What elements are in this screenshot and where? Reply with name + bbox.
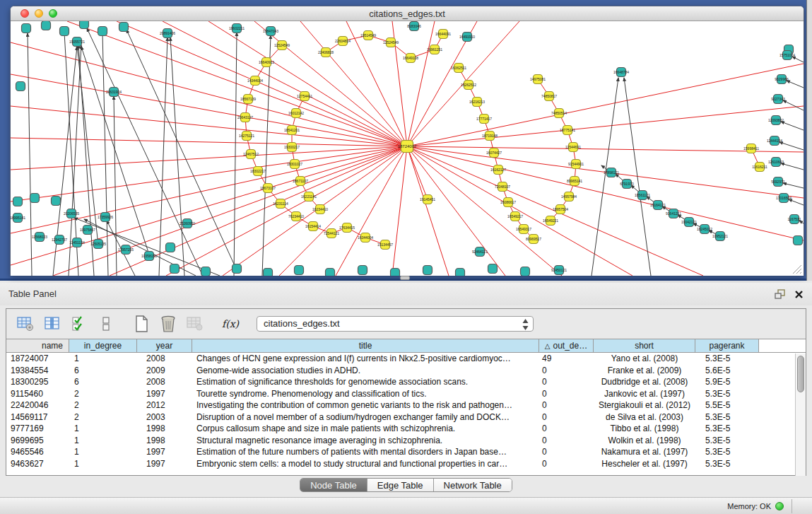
node-label: 72048107 bbox=[495, 185, 510, 189]
minimize-window-button[interactable] bbox=[35, 9, 43, 18]
table-row[interactable]: 1830029562008Estimation of significance … bbox=[6, 376, 806, 388]
table-row[interactable]: 977716911998Corpus callosum shape and si… bbox=[6, 423, 806, 435]
red-edge bbox=[407, 146, 632, 276]
node-label: 18719148 bbox=[482, 134, 498, 138]
network-node[interactable] bbox=[22, 24, 31, 33]
table-cell: Disruption of a novel member of a sodium… bbox=[192, 411, 539, 424]
network-node[interactable] bbox=[326, 269, 335, 276]
node-label: 9227343 bbox=[771, 97, 785, 101]
network-node[interactable] bbox=[456, 269, 465, 276]
network-node[interactable] bbox=[201, 267, 211, 276]
table-cell: Estimation of significance thresholds fo… bbox=[192, 376, 539, 388]
node-label: 16648784 bbox=[613, 70, 629, 74]
red-edge bbox=[11, 146, 407, 201]
network-node[interactable] bbox=[98, 27, 107, 36]
table-cell: 5.3E-5 bbox=[695, 446, 759, 458]
zoom-window-button[interactable] bbox=[49, 9, 57, 18]
window-titlebar[interactable]: citations_edges.txt bbox=[11, 6, 804, 21]
network-node[interactable] bbox=[60, 27, 69, 36]
table-cell: 1 bbox=[69, 446, 137, 458]
network-node[interactable] bbox=[521, 267, 530, 276]
network-node[interactable] bbox=[16, 82, 25, 91]
node-label: 17016504 bbox=[776, 196, 792, 200]
column-header[interactable]: name bbox=[6, 339, 69, 352]
row-height-icon[interactable] bbox=[95, 313, 117, 334]
table-row[interactable]: 1456911722003Disruption of a novel membe… bbox=[6, 411, 806, 424]
column-header[interactable]: year bbox=[137, 339, 192, 352]
table-rows: 1872400712008Changes of HCN gene express… bbox=[6, 353, 806, 475]
close-window-button[interactable] bbox=[20, 9, 29, 18]
table-cell: 5.3E-5 bbox=[695, 423, 759, 435]
table-scrollbar[interactable] bbox=[795, 354, 806, 476]
node-label: 16961251 bbox=[427, 47, 442, 52]
table-cell: 18300295 bbox=[6, 376, 69, 388]
table-settings-icon[interactable] bbox=[15, 313, 36, 334]
network-node[interactable] bbox=[13, 197, 23, 206]
network-node[interactable] bbox=[295, 266, 304, 275]
network-node[interactable] bbox=[488, 264, 498, 274]
column-header[interactable]: in_degree bbox=[69, 339, 137, 352]
network-node[interactable] bbox=[42, 21, 51, 30]
black-edge bbox=[624, 78, 651, 276]
node-label: 18775141 bbox=[560, 128, 575, 132]
network-node[interactable] bbox=[391, 269, 400, 276]
network-node[interactable] bbox=[52, 197, 61, 206]
node-label: 10952121 bbox=[712, 234, 728, 238]
table-row[interactable]: 1938455462009Genome-wide association stu… bbox=[6, 365, 806, 377]
delete-table-icon[interactable] bbox=[158, 313, 179, 334]
table-row[interactable]: 969969511998Structural magnetic resonanc… bbox=[6, 435, 806, 447]
desktop: citations_edges.txt 18724007125245491664… bbox=[0, 0, 812, 281]
node-label: 18301027 bbox=[287, 162, 302, 166]
column-header[interactable]: △out_de… bbox=[539, 339, 594, 352]
table-cell: 0 bbox=[539, 435, 594, 447]
table-cell: 5.3E-5 bbox=[695, 388, 759, 400]
table-cell: 49 bbox=[539, 353, 594, 365]
node-label: 11568023 bbox=[32, 235, 47, 239]
show-columns-icon[interactable] bbox=[42, 313, 63, 334]
network-node[interactable] bbox=[264, 269, 273, 276]
memory-status-icon[interactable] bbox=[775, 502, 784, 510]
table-cell: 1998 bbox=[137, 435, 192, 447]
network-canvas[interactable]: 1872400712524549166409131434400418567139… bbox=[11, 21, 804, 276]
network-node[interactable] bbox=[30, 194, 40, 203]
network-node[interactable] bbox=[80, 21, 89, 29]
panel-divider-handle[interactable] bbox=[400, 276, 410, 280]
tab-network-table[interactable]: Network Table bbox=[434, 479, 512, 491]
column-header[interactable]: short bbox=[594, 339, 695, 352]
node-label: 92464121 bbox=[472, 250, 488, 254]
network-node[interactable] bbox=[170, 264, 180, 274]
table-select[interactable]: citations_edges.txt bbox=[257, 316, 534, 332]
close-icon[interactable] bbox=[794, 290, 804, 299]
network-node[interactable] bbox=[166, 243, 175, 252]
black-edge bbox=[77, 45, 98, 245]
table-container: f(x) citations_edges.txt namein_degreeye… bbox=[6, 308, 806, 476]
float-window-icon[interactable] bbox=[775, 289, 785, 299]
function-builder-icon[interactable]: f(x) bbox=[220, 313, 241, 334]
network-node[interactable] bbox=[119, 23, 129, 32]
table-row[interactable]: 911546021997Tourette syndrome. Phenomeno… bbox=[6, 388, 806, 400]
scrollbar-thumb[interactable] bbox=[797, 356, 804, 392]
table-cell: Franke et al. (2009) bbox=[594, 365, 695, 377]
column-header[interactable]: pagerank bbox=[695, 339, 759, 352]
resize-grip-icon[interactable] bbox=[791, 263, 802, 274]
column-header[interactable]: title bbox=[192, 339, 539, 352]
network-node[interactable] bbox=[358, 266, 367, 275]
table-row[interactable]: 946554611997Estimation of the future num… bbox=[6, 446, 806, 458]
red-edge bbox=[407, 21, 435, 146]
black-edge bbox=[783, 183, 804, 188]
node-label: 15134457 bbox=[377, 243, 393, 247]
table-row[interactable]: 2242004622012Investigating the contribut… bbox=[6, 399, 806, 411]
network-node[interactable] bbox=[233, 264, 242, 274]
table-row[interactable]: 1872400712008Changes of HCN gene express… bbox=[6, 353, 806, 365]
network-node[interactable] bbox=[794, 236, 803, 245]
table-row[interactable]: 946362711997Embryonic stem cells: a mode… bbox=[6, 458, 806, 470]
network-window[interactable]: citations_edges.txt 18724007125245491664… bbox=[10, 6, 804, 276]
node-label: 19847043 bbox=[263, 29, 278, 33]
table-cell: 22420046 bbox=[6, 399, 69, 411]
new-table-icon[interactable] bbox=[131, 313, 152, 334]
network-node[interactable] bbox=[423, 266, 433, 275]
tab-node-table[interactable]: Node Table bbox=[300, 479, 367, 491]
tab-edge-table[interactable]: Edge Table bbox=[367, 479, 434, 491]
select-columns-icon[interactable] bbox=[69, 313, 90, 334]
node-label: 14344004 bbox=[247, 78, 263, 83]
